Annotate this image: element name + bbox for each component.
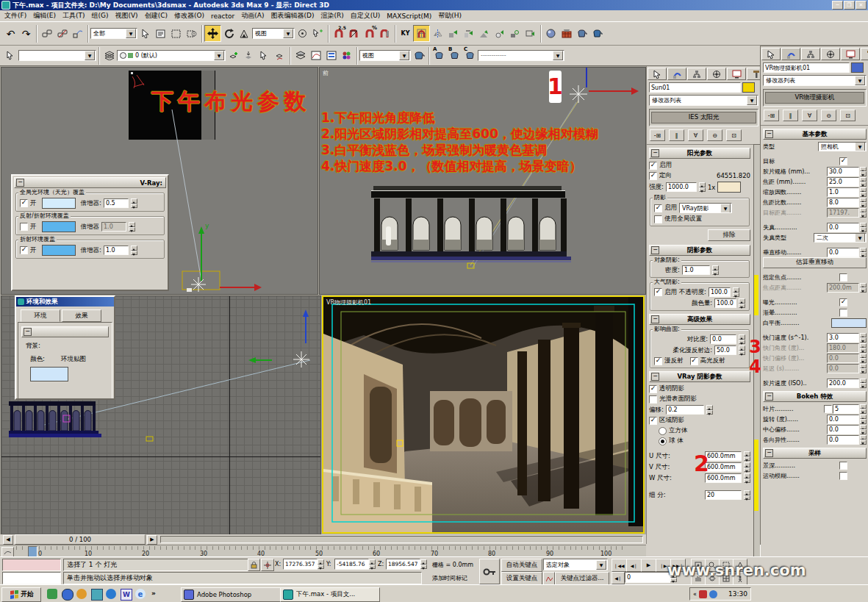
shadow-type-dropdown[interactable]: VRay阴影▼: [679, 203, 732, 213]
guess-vertical-button[interactable]: 估算垂直移动: [763, 257, 867, 268]
render-preset-b-icon[interactable]: B: [447, 48, 462, 63]
object-name-field[interactable]: Sun01: [649, 82, 741, 93]
specular-checkbox[interactable]: ✓: [690, 357, 698, 365]
open-minicurve-icon[interactable]: [1, 547, 14, 557]
tab-modify-icon[interactable]: [667, 68, 686, 80]
keyboard-override-icon[interactable]: KY: [398, 26, 413, 41]
blades-checkbox[interactable]: [824, 405, 832, 413]
shadow-enable-checkbox[interactable]: ✓: [654, 204, 662, 212]
render-setup-icon[interactable]: [559, 26, 574, 41]
wsize-field[interactable]: 600.0mm: [705, 473, 742, 483]
percent-snap-icon[interactable]: %: [362, 26, 377, 41]
align-icon[interactable]: [445, 26, 461, 41]
spinner[interactable]: [318, 559, 324, 569]
track-bar[interactable]: 0 10 20 30 40 50 60 70 80 90 100: [0, 545, 646, 557]
refr-on-checkbox[interactable]: ✓: [20, 246, 28, 254]
menu-rendering[interactable]: 渲染(R): [320, 11, 343, 21]
set-keys-icon[interactable]: [479, 559, 500, 584]
menu-reactor[interactable]: reactor: [211, 12, 234, 20]
select-and-link-icon[interactable]: [39, 26, 54, 41]
schematic-view-icon[interactable]: [323, 48, 339, 63]
spinner[interactable]: [712, 265, 719, 275]
go-start-icon[interactable]: ❘◀◀: [611, 559, 627, 572]
tab-motion-icon[interactable]: [821, 48, 840, 60]
snap-25d-icon[interactable]: 2.5: [331, 26, 346, 41]
rotation-field[interactable]: 0.0: [827, 415, 859, 424]
tab-create-icon[interactable]: [761, 48, 781, 60]
vsize-field[interactable]: 600.0mm: [705, 462, 742, 472]
quicklaunch-pencil-icon[interactable]: [47, 589, 57, 599]
enable-checkbox[interactable]: ✓: [649, 162, 657, 170]
spinner[interactable]: [739, 345, 745, 355]
tab-display-icon[interactable]: [841, 48, 860, 60]
active-layer-dropdown[interactable]: 0 (默认)▼: [117, 50, 226, 61]
absolute-offset-toggle-icon[interactable]: [261, 559, 274, 571]
remove-modifier-icon[interactable]: ⊖: [821, 110, 836, 121]
maxscript-mini-listener-white[interactable]: [2, 572, 61, 584]
chevron-down-icon[interactable]: ▼: [126, 29, 136, 38]
angle-snap-icon[interactable]: [346, 26, 362, 41]
menu-views[interactable]: 视图(V): [115, 11, 137, 21]
smooth-shadows-checkbox[interactable]: [649, 395, 657, 404]
spinner[interactable]: [733, 287, 739, 297]
material-editor-icon[interactable]: [543, 26, 559, 41]
collapse-icon[interactable]: −: [651, 373, 659, 381]
remove-modifier-icon[interactable]: ⊖: [707, 129, 722, 141]
named-selection-icon[interactable]: [3, 48, 18, 63]
collapse-icon[interactable]: −: [651, 149, 659, 157]
film-gate-field[interactable]: 30.0: [827, 167, 859, 176]
render-preset-a-icon[interactable]: A: [431, 48, 447, 63]
prev-frame-icon[interactable]: ◀❘: [626, 559, 642, 572]
chevron-down-icon[interactable]: ▼: [747, 96, 757, 105]
select-layer-objects-icon[interactable]: [257, 48, 272, 63]
menu-maxscript[interactable]: MAXScript(M): [387, 12, 431, 20]
play-icon[interactable]: ▶: [641, 559, 656, 572]
spinner[interactable]: [739, 334, 745, 344]
exclude-button[interactable]: 排除: [708, 229, 750, 241]
sun-color-swatch[interactable]: [717, 182, 741, 193]
spinner[interactable]: [744, 462, 750, 472]
spinner[interactable]: [744, 490, 750, 500]
spinner[interactable]: [739, 298, 745, 308]
chevron-down-icon[interactable]: ▼: [214, 51, 224, 60]
named-selection-dropdown[interactable]: ▼: [18, 50, 96, 61]
align-view-icon[interactable]: [523, 26, 538, 41]
add-to-layer-icon[interactable]: [241, 48, 257, 63]
chevron-down-icon[interactable]: ▼: [855, 233, 865, 243]
show-end-result-icon[interactable]: ∥: [783, 110, 798, 121]
camera-type-dropdown[interactable]: 照相机▼: [818, 142, 867, 151]
menu-help[interactable]: 帮助(H): [438, 11, 462, 21]
select-object-icon[interactable]: [137, 26, 153, 41]
contrast-field[interactable]: 0.0: [710, 334, 736, 344]
y-coord-field[interactable]: -54185.76: [334, 559, 369, 570]
spinner[interactable]: [706, 405, 713, 415]
chevron-down-icon[interactable]: ▼: [553, 51, 563, 60]
distortion-field[interactable]: 0.0: [827, 223, 859, 232]
menu-file[interactable]: 文件(F): [4, 11, 26, 21]
keyfilter-curve-icon[interactable]: [543, 572, 555, 585]
show-end-result-icon[interactable]: ∥: [669, 129, 684, 141]
spinner[interactable]: [131, 246, 137, 255]
exposure-checkbox[interactable]: ✓: [839, 298, 847, 307]
align-camera-icon[interactable]: [507, 26, 523, 41]
motion-blur-checkbox[interactable]: [839, 472, 847, 480]
auto-key-button[interactable]: 自动关键点: [501, 559, 542, 572]
spinner[interactable]: [860, 435, 867, 445]
refr-multiplier-field[interactable]: 1.0: [104, 246, 129, 255]
modifier-list-dropdown[interactable]: 修改器列表▼: [763, 75, 867, 86]
place-highlight-icon[interactable]: [492, 26, 507, 41]
opacity-field[interactable]: 100.0: [709, 287, 731, 297]
area-shadow-checkbox[interactable]: ✓: [649, 417, 657, 425]
tab-utilities-icon[interactable]: [861, 48, 868, 60]
crossing-region-icon[interactable]: [184, 26, 199, 41]
object-color-swatch[interactable]: [851, 62, 864, 73]
time-slider-track[interactable]: [160, 536, 643, 543]
render-preset-c-icon[interactable]: C: [462, 48, 478, 63]
render-teapot-icon[interactable]: [411, 48, 426, 63]
spinner[interactable]: [860, 248, 867, 257]
undo-icon[interactable]: ↶: [3, 26, 18, 41]
intensity-field[interactable]: 1000.0: [666, 182, 697, 192]
specify-focus-checkbox[interactable]: [839, 273, 847, 282]
box-radio[interactable]: [659, 427, 667, 435]
target-checkbox[interactable]: ✓: [839, 157, 847, 165]
